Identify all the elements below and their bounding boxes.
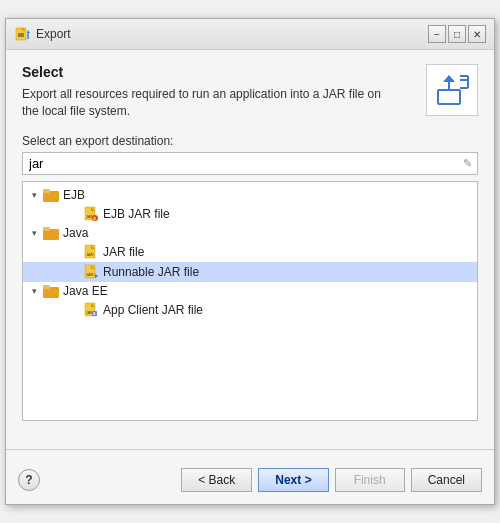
svg-text:JAR: JAR — [86, 272, 94, 277]
folder-java-icon — [43, 226, 59, 240]
divider — [6, 449, 494, 450]
search-row: ✎ — [22, 152, 478, 175]
header-description: Export all resources required to run an … — [22, 86, 382, 120]
svg-rect-21 — [43, 227, 50, 231]
tree-item-app-client-jar[interactable]: JAR A App Client JAR file — [23, 300, 477, 320]
app-client-jar-icon: JAR A — [83, 302, 99, 318]
folder-ejb-icon — [43, 188, 59, 202]
svg-rect-30 — [43, 285, 50, 289]
svg-marker-8 — [443, 75, 455, 82]
tree-item-ejb-group[interactable]: ▾ EJB — [23, 186, 477, 204]
tree-item-jar-file[interactable]: JAR JAR file — [23, 242, 477, 262]
tree-label-ejb-jar: EJB JAR file — [103, 207, 170, 221]
svg-text:JAR: JAR — [86, 252, 94, 257]
export-icon-box — [426, 64, 478, 116]
window-title: Export — [36, 27, 71, 41]
svg-marker-28 — [95, 274, 98, 278]
tree-label-ejb: EJB — [63, 188, 85, 202]
finish-button[interactable]: Finish — [335, 468, 405, 492]
close-button[interactable]: ✕ — [468, 25, 486, 43]
title-bar-left: Export — [14, 26, 71, 42]
tree-item-javaee-group[interactable]: ▾ Java EE — [23, 282, 477, 300]
tree-item-runnable-jar[interactable]: JAR Runnable JAR file — [23, 262, 477, 282]
export-icon — [434, 72, 470, 108]
help-button[interactable]: ? — [18, 469, 40, 491]
section-title: Select — [22, 64, 416, 80]
window-icon — [14, 26, 30, 42]
svg-rect-6 — [438, 90, 460, 104]
toggle-java[interactable]: ▾ — [27, 226, 41, 240]
title-bar-controls: − □ ✕ — [428, 25, 486, 43]
toggle-jar — [67, 245, 81, 259]
tree-label-jar-file: JAR file — [103, 245, 144, 259]
svg-text:E: E — [94, 215, 97, 220]
tree-label-java: Java — [63, 226, 88, 240]
next-button[interactable]: Next > — [258, 468, 328, 492]
toggle-javaee[interactable]: ▾ — [27, 284, 41, 298]
tree-item-java-group[interactable]: ▾ Java — [23, 224, 477, 242]
toggle-runnable — [67, 265, 81, 279]
runnable-jar-icon: JAR — [83, 264, 99, 280]
dialog-content: Select Export all resources required to … — [6, 50, 494, 435]
toggle-app-client — [67, 303, 81, 317]
jar-ejb-icon: JAR E — [83, 206, 99, 222]
tree-label-javaee: Java EE — [63, 284, 108, 298]
toggle-ejb[interactable]: ▾ — [27, 188, 41, 202]
destination-label: Select an export destination: — [22, 134, 478, 148]
title-bar: Export − □ ✕ — [6, 19, 494, 50]
toggle-ejb-jar — [67, 207, 81, 221]
tree-area[interactable]: ▾ EJB JAR E — [22, 181, 478, 421]
search-input[interactable] — [23, 153, 457, 174]
folder-javaee-icon — [43, 284, 59, 298]
header-text: Select Export all resources required to … — [22, 64, 416, 120]
back-button[interactable]: < Back — [181, 468, 252, 492]
minimize-button[interactable]: − — [428, 25, 446, 43]
bottom-bar: ? < Back Next > Finish Cancel — [6, 460, 494, 504]
bottom-buttons: < Back Next > Finish Cancel — [181, 468, 482, 492]
svg-rect-14 — [43, 189, 50, 193]
tree-label-app-client-jar: App Client JAR file — [103, 303, 203, 317]
export-dialog: Export − □ ✕ Select Export all resources… — [5, 18, 495, 505]
jar-file-icon: JAR — [83, 244, 99, 260]
header-area: Select Export all resources required to … — [22, 64, 478, 120]
tree-item-ejb-jar[interactable]: JAR E EJB JAR file — [23, 204, 477, 224]
restore-button[interactable]: □ — [448, 25, 466, 43]
tree-label-runnable-jar: Runnable JAR file — [103, 265, 199, 279]
svg-marker-4 — [27, 30, 30, 33]
search-clear-button[interactable]: ✎ — [457, 153, 477, 173]
bottom-left: ? — [18, 469, 40, 491]
cancel-button[interactable]: Cancel — [411, 468, 482, 492]
